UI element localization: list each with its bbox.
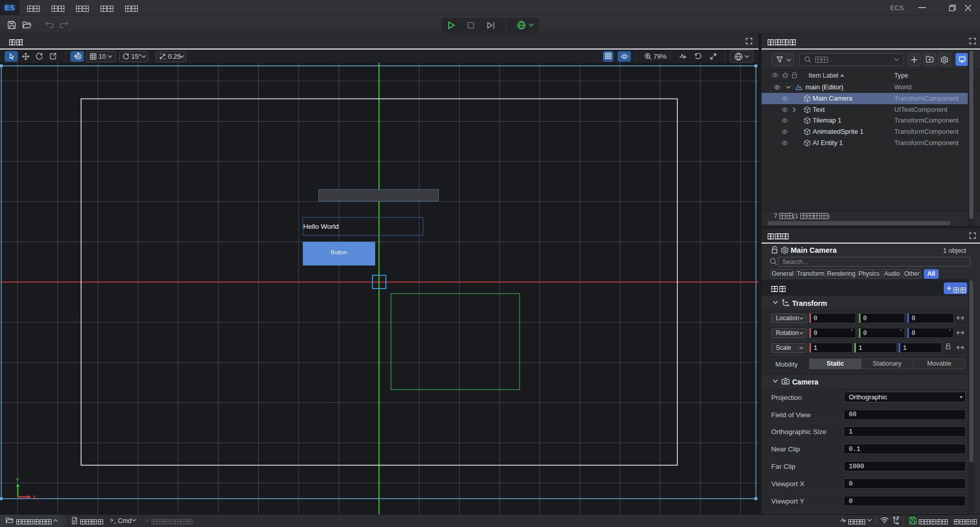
svg-text:Y: Y — [16, 477, 19, 483]
svg-text:Hello World: Hello World — [303, 223, 339, 230]
svg-text:X: X — [33, 494, 37, 500]
svg-text:Button: Button — [331, 249, 347, 255]
